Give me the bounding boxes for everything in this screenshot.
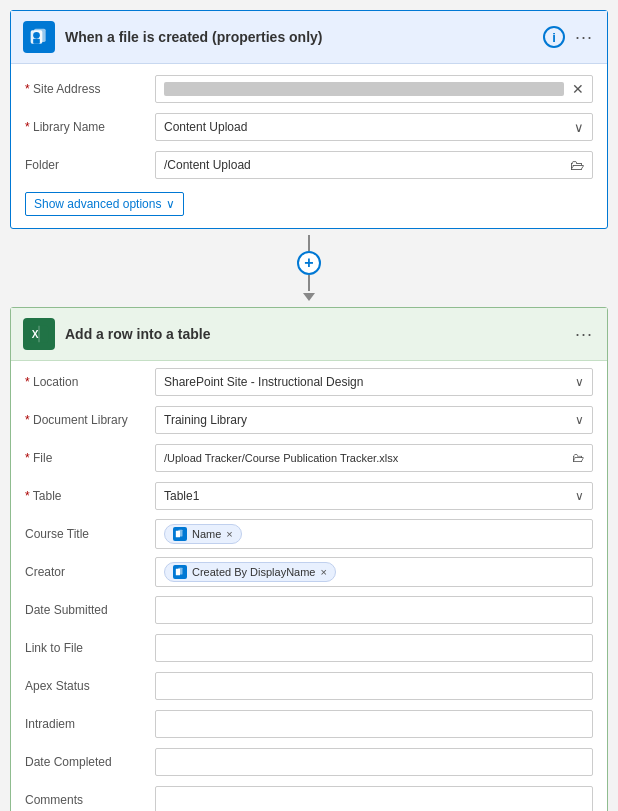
action-field-label-1: * Document Library: [25, 413, 155, 427]
action-field-row-8: Apex Status: [25, 671, 593, 701]
trigger-card-title: When a file is created (properties only): [65, 29, 533, 45]
add-step-button[interactable]: +: [297, 251, 321, 275]
connector-line-bottom: [308, 275, 310, 291]
action-card: X Add a row into a table ··· * LocationS…: [10, 307, 608, 811]
site-address-row: Site Address ✕: [25, 74, 593, 104]
site-address-blurred: [164, 82, 564, 96]
action-field-row-11: Comments: [25, 785, 593, 811]
sharepoint-icon: [23, 21, 55, 53]
field-value: SharePoint Site - Instructional Design: [164, 375, 575, 389]
more-options-button[interactable]: ···: [573, 27, 595, 48]
action-card-actions: ···: [573, 324, 595, 345]
svg-text:X: X: [32, 329, 39, 340]
action-field-input-10[interactable]: [155, 748, 593, 776]
action-field-label-0: * Location: [25, 375, 155, 389]
action-field-row-1: * Document LibraryTraining Library∨: [25, 405, 593, 435]
svg-rect-10: [178, 568, 182, 575]
folder-value: /Content Upload: [164, 158, 251, 172]
folder-input[interactable]: /Content Upload 🗁: [155, 151, 593, 179]
action-field-row-0: * LocationSharePoint Site - Instructiona…: [25, 367, 593, 397]
action-field-row-6: Date Submitted: [25, 595, 593, 625]
action-field-row-9: Intradiem: [25, 709, 593, 739]
info-button[interactable]: i: [543, 26, 565, 48]
action-field-label-3: * Table: [25, 489, 155, 503]
library-name-label: Library Name: [25, 120, 155, 134]
action-field-label-9: Intradiem: [25, 717, 155, 731]
tag-icon: [173, 565, 187, 579]
tag-chip-4: Name×: [164, 524, 242, 544]
folder-icon: 🗁: [572, 451, 584, 465]
action-more-options-button[interactable]: ···: [573, 324, 595, 345]
folder-label: Folder: [25, 158, 155, 172]
library-name-dropdown-icon: ∨: [574, 120, 584, 135]
connector-arrow-icon: [303, 293, 315, 301]
action-fields-container: * LocationSharePoint Site - Instructiona…: [25, 367, 593, 811]
action-card-body: * LocationSharePoint Site - Instructiona…: [11, 361, 607, 811]
tag-icon: [173, 527, 187, 541]
dropdown-icon: ∨: [575, 489, 584, 503]
site-address-clear-icon[interactable]: ✕: [572, 81, 584, 97]
dropdown-icon: ∨: [575, 375, 584, 389]
tag-close[interactable]: ×: [321, 566, 327, 578]
action-card-title: Add a row into a table: [65, 326, 563, 342]
action-field-input-0[interactable]: SharePoint Site - Instructional Design∨: [155, 368, 593, 396]
action-field-input-11[interactable]: [155, 786, 593, 811]
show-advanced-label: Show advanced options: [34, 197, 161, 211]
action-field-row-10: Date Completed: [25, 747, 593, 777]
svg-point-2: [33, 32, 40, 39]
action-field-label-11: Comments: [25, 793, 155, 807]
action-field-input-7[interactable]: [155, 634, 593, 662]
tag-label: Name: [192, 528, 221, 540]
action-field-input-4[interactable]: Name×: [155, 519, 593, 549]
folder-row: Folder /Content Upload 🗁: [25, 150, 593, 180]
show-advanced-button[interactable]: Show advanced options ∨: [25, 192, 184, 216]
field-value: /Upload Tracker/Course Publication Track…: [164, 452, 572, 464]
site-address-label: Site Address: [25, 82, 155, 96]
action-card-header: X Add a row into a table ···: [11, 308, 607, 361]
tag-close[interactable]: ×: [226, 528, 232, 540]
action-field-input-5[interactable]: Created By DisplayName×: [155, 557, 593, 587]
show-advanced-chevron-icon: ∨: [166, 197, 175, 211]
action-field-label-7: Link to File: [25, 641, 155, 655]
action-field-input-8[interactable]: [155, 672, 593, 700]
dropdown-icon: ∨: [575, 413, 584, 427]
action-field-input-9[interactable]: [155, 710, 593, 738]
action-field-input-2[interactable]: /Upload Tracker/Course Publication Track…: [155, 444, 593, 472]
tag-chip-5: Created By DisplayName×: [164, 562, 336, 582]
action-field-row-2: * File/Upload Tracker/Course Publication…: [25, 443, 593, 473]
field-value: Table1: [164, 489, 575, 503]
action-field-label-2: * File: [25, 451, 155, 465]
plus-icon: +: [304, 254, 313, 272]
action-field-label-5: Creator: [25, 565, 155, 579]
connector-line-top: [308, 235, 310, 251]
action-field-row-3: * TableTable1∨: [25, 481, 593, 511]
action-field-input-6[interactable]: [155, 596, 593, 624]
action-field-label-10: Date Completed: [25, 755, 155, 769]
folder-browse-icon: 🗁: [570, 157, 584, 173]
action-field-label-4: Course Title: [25, 527, 155, 541]
action-field-row-7: Link to File: [25, 633, 593, 663]
excel-icon: X: [23, 318, 55, 350]
action-field-input-1[interactable]: Training Library∨: [155, 406, 593, 434]
action-field-input-3[interactable]: Table1∨: [155, 482, 593, 510]
trigger-card-header: When a file is created (properties only)…: [11, 11, 607, 64]
svg-rect-3: [33, 39, 40, 44]
trigger-card: When a file is created (properties only)…: [10, 10, 608, 229]
action-field-label-6: Date Submitted: [25, 603, 155, 617]
action-field-label-8: Apex Status: [25, 679, 155, 693]
tag-label: Created By DisplayName: [192, 566, 316, 578]
library-name-row: Library Name Content Upload ∨: [25, 112, 593, 142]
library-name-value: Content Upload: [164, 120, 247, 134]
connector: +: [10, 229, 608, 307]
action-field-row-4: Course TitleName×: [25, 519, 593, 549]
library-name-input[interactable]: Content Upload ∨: [155, 113, 593, 141]
trigger-card-body: Site Address ✕ Library Name Content Uplo…: [11, 64, 607, 228]
svg-rect-8: [178, 530, 182, 537]
trigger-card-actions: i ···: [543, 26, 595, 48]
site-address-input[interactable]: ✕: [155, 75, 593, 103]
action-field-row-5: CreatorCreated By DisplayName×: [25, 557, 593, 587]
field-value: Training Library: [164, 413, 575, 427]
